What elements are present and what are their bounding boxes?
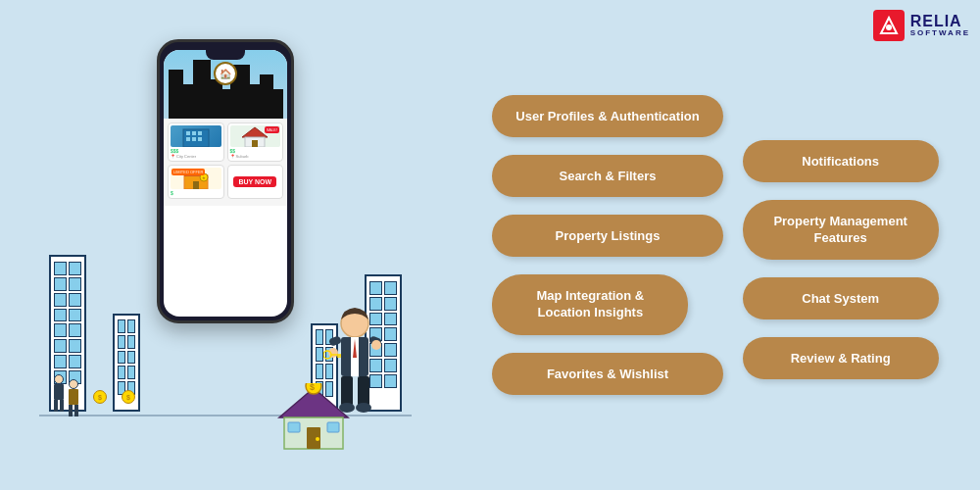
logo-text: RELIA SOFTWARE — [910, 13, 970, 38]
right-bubbles-column: Notifications Property Management Featur… — [743, 140, 939, 380]
character-figure — [323, 304, 387, 431]
svg-rect-11 — [252, 140, 258, 147]
notifications-button[interactable]: Notifications — [743, 140, 939, 182]
brand-name: RELIA — [910, 13, 970, 30]
property-management-button[interactable]: Property Management Features — [743, 200, 939, 261]
features-section: User Profiles & Authentication Search & … — [451, 0, 980, 490]
svg-rect-29 — [341, 376, 353, 406]
features-layout: User Profiles & Authentication Search & … — [451, 0, 980, 490]
svg-rect-5 — [198, 131, 202, 135]
svg-point-28 — [371, 340, 381, 350]
svg-rect-4 — [192, 131, 196, 135]
svg-point-36 — [316, 437, 319, 441]
phone-device: 🏠 — [157, 39, 294, 323]
chat-system-button[interactable]: Chat System — [743, 277, 939, 319]
phone-top-icon: 🏠 — [214, 62, 237, 85]
svg-rect-14 — [193, 181, 199, 189]
svg-rect-37 — [288, 422, 300, 432]
svg-point-31 — [339, 403, 355, 413]
svg-rect-30 — [358, 376, 369, 406]
user-profiles-button[interactable]: User Profiles & Authentication — [492, 95, 722, 137]
svg-rect-6 — [186, 137, 190, 141]
phone-listings: $$$ 📍 City Center SALE! — [164, 119, 287, 206]
features-columns: User Profiles & Authentication Search & … — [472, 75, 957, 415]
favorites-wishlist-button[interactable]: Favorites & Wishlist — [492, 353, 722, 395]
svg-point-32 — [356, 403, 371, 413]
svg-rect-3 — [186, 131, 190, 135]
svg-rect-7 — [192, 137, 196, 141]
svg-point-23 — [328, 348, 338, 358]
buy-now-button[interactable]: BUY NOW — [233, 176, 276, 187]
phone-container: 🏠 — [39, 20, 412, 470]
phone-illustration-area: 🏠 — [0, 0, 451, 490]
phone-notch — [206, 50, 245, 60]
people-figures — [54, 374, 78, 416]
svg-rect-8 — [198, 137, 202, 141]
property-listings-button[interactable]: Property Listings — [492, 215, 722, 257]
map-integration-button[interactable]: Map Integration & Location Insights — [492, 274, 688, 335]
logo-icon — [873, 10, 905, 41]
svg-rect-21 — [328, 335, 342, 347]
svg-point-1 — [886, 24, 892, 30]
svg-text:$: $ — [310, 383, 315, 392]
left-bubbles-column: User Profiles & Authentication Search & … — [492, 95, 722, 395]
search-filters-button[interactable]: Search & Filters — [492, 155, 722, 197]
logo-area: RELIA SOFTWARE — [873, 10, 970, 41]
svg-text:★: ★ — [202, 175, 206, 180]
phone-screen: 🏠 — [164, 50, 287, 317]
review-rating-button[interactable]: Review & Rating — [743, 337, 939, 379]
brand-sub: SOFTWARE — [910, 29, 970, 38]
